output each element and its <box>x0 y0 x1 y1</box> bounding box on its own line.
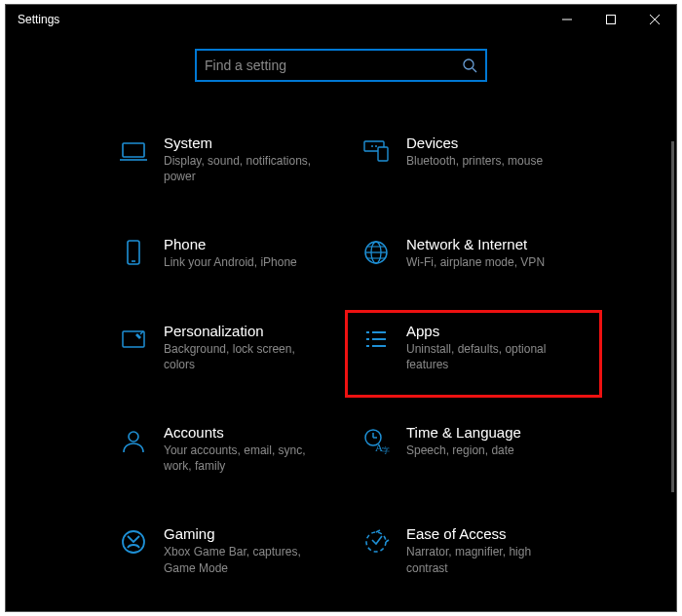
devices-icon <box>361 136 391 166</box>
tile-desc: Display, sound, notifications, power <box>164 153 320 184</box>
minimize-button[interactable] <box>545 5 588 34</box>
tile-title: System <box>164 135 330 151</box>
tile-text: Time & LanguageSpeech, region, date <box>406 424 573 458</box>
tile-title: Phone <box>164 236 330 252</box>
search-icon <box>462 58 477 73</box>
svg-line-5 <box>473 68 476 72</box>
settings-tile-time[interactable]: Time & LanguageSpeech, region, date <box>356 420 579 478</box>
search-box[interactable] <box>195 49 487 82</box>
settings-tile-network[interactable]: Network & InternetWi-Fi, airplane mode, … <box>356 232 579 274</box>
vertical-scrollbar[interactable] <box>671 141 674 492</box>
tile-title: Accounts <box>164 424 330 441</box>
tile-desc: Wi-Fi, airplane mode, VPN <box>406 254 562 270</box>
tile-desc: Link your Android, iPhone <box>164 254 320 270</box>
network-icon <box>361 238 391 267</box>
tile-desc: Your accounts, email, sync, work, family <box>164 443 320 474</box>
svg-point-4 <box>464 59 474 69</box>
settings-tile-personalization[interactable]: PersonalizationBackground, lock screen, … <box>113 319 336 376</box>
tile-title: Network & Internet <box>406 236 573 252</box>
tile-desc: Speech, region, date <box>406 443 562 458</box>
phone-icon <box>119 238 148 267</box>
tile-text: GamingXbox Game Bar, captures, Game Mode <box>164 525 330 575</box>
settings-tile-system[interactable]: SystemDisplay, sound, notifications, pow… <box>113 131 336 188</box>
tile-text: Network & InternetWi-Fi, airplane mode, … <box>406 236 573 270</box>
window-controls <box>545 5 676 34</box>
tile-desc: Bluetooth, printers, mouse <box>406 153 562 169</box>
tile-text: AppsUninstall, defaults, optional featur… <box>406 323 573 372</box>
tile-title: Personalization <box>164 323 330 339</box>
personalization-icon <box>119 325 148 354</box>
maximize-button[interactable] <box>588 5 632 34</box>
tile-desc: Background, lock screen, colors <box>164 341 320 372</box>
tile-title: Ease of Access <box>406 525 573 542</box>
tile-text: DevicesBluetooth, printers, mouse <box>406 135 573 169</box>
tile-title: Apps <box>406 323 573 339</box>
tile-text: PersonalizationBackground, lock screen, … <box>164 323 330 372</box>
settings-tile-phone[interactable]: PhoneLink your Android, iPhone <box>113 232 336 274</box>
ease-icon <box>361 527 391 557</box>
accounts-icon <box>119 426 148 455</box>
tile-desc: Xbox Game Bar, captures, Game Mode <box>164 544 320 575</box>
apps-icon <box>361 325 391 354</box>
settings-window: Settings SystemDisplay, sound, notificat… <box>5 4 677 612</box>
tile-desc: Uninstall, defaults, optional features <box>406 341 562 372</box>
tile-title: Gaming <box>164 525 330 542</box>
settings-tile-accounts[interactable]: AccountsYour accounts, email, sync, work… <box>113 420 336 478</box>
time-icon <box>361 426 391 455</box>
settings-tile-gaming[interactable]: GamingXbox Game Bar, captures, Game Mode <box>113 521 336 579</box>
tile-desc: Narrator, magnifier, high contrast <box>406 544 562 575</box>
gaming-icon <box>119 527 148 557</box>
tile-text: SystemDisplay, sound, notifications, pow… <box>164 135 330 184</box>
close-button[interactable] <box>632 5 676 34</box>
titlebar: Settings <box>6 5 676 34</box>
settings-tile-apps[interactable]: AppsUninstall, defaults, optional featur… <box>356 319 579 376</box>
search-input[interactable] <box>205 58 462 73</box>
svg-rect-1 <box>606 16 615 24</box>
tile-title: Time & Language <box>406 424 573 441</box>
tile-text: PhoneLink your Android, iPhone <box>164 236 330 270</box>
system-icon <box>119 136 148 166</box>
settings-tile-ease[interactable]: Ease of AccessNarrator, magnifier, high … <box>356 521 579 579</box>
tile-text: Ease of AccessNarrator, magnifier, high … <box>406 525 573 575</box>
settings-grid: SystemDisplay, sound, notifications, pow… <box>6 131 676 580</box>
window-title: Settings <box>18 13 59 26</box>
tile-text: AccountsYour accounts, email, sync, work… <box>164 424 330 474</box>
settings-tile-devices[interactable]: DevicesBluetooth, printers, mouse <box>356 131 579 188</box>
tile-title: Devices <box>406 135 573 151</box>
search-container <box>6 49 676 82</box>
